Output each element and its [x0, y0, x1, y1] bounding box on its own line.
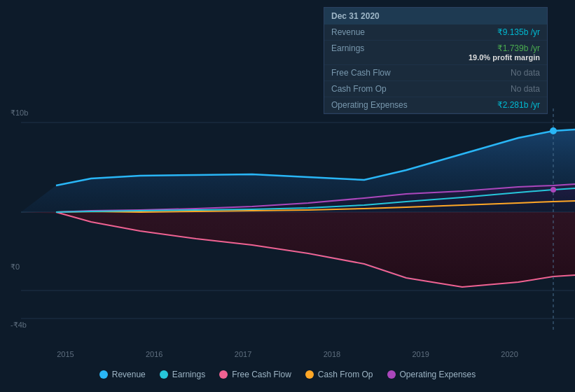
tooltip-value-opex: ₹2.281b /yr: [497, 100, 540, 110]
tooltip-label-opex: Operating Expenses: [331, 100, 415, 110]
x-label-2018: 2018: [324, 350, 340, 358]
tooltip-value-cashfromop: No data: [511, 84, 540, 94]
legend-item-earnings[interactable]: Earnings: [160, 370, 205, 379]
tooltip-value-revenue: ₹9.135b /yr: [497, 27, 540, 37]
x-label-2015: 2015: [57, 350, 74, 358]
legend-dot-cashfromop: [305, 370, 314, 379]
tooltip-label-fcf: Free Cash Flow: [331, 68, 415, 78]
tooltip-label-cashfromop: Cash From Op: [331, 84, 415, 94]
svg-point-5: [550, 127, 557, 134]
legend-dot-fcf: [219, 370, 228, 379]
tooltip-row-earnings: Earnings ₹1.739b /yr 19.0% profit margin: [324, 41, 547, 65]
legend-label-fcf: Free Cash Flow: [232, 370, 291, 379]
svg-point-6: [550, 187, 556, 192]
x-label-2017: 2017: [235, 350, 251, 358]
x-label-2020: 2020: [501, 350, 518, 358]
tooltip-value-fcf: No data: [511, 68, 540, 78]
chart-container: Dec 31 2020 Revenue ₹9.135b /yr Earnings…: [0, 0, 575, 392]
tooltip-row-cashfromop: Cash From Op No data: [324, 81, 547, 97]
legend-label-revenue: Revenue: [112, 370, 146, 379]
legend-dot-opex: [387, 370, 396, 379]
legend-label-opex: Operating Expenses: [400, 370, 476, 379]
tooltip-row-fcf: Free Cash Flow No data: [324, 65, 547, 81]
tooltip-profit-margin: 19.0% profit margin: [469, 53, 540, 62]
x-label-2019: 2019: [412, 350, 429, 358]
tooltip-value-earnings-group: ₹1.739b /yr 19.0% profit margin: [469, 43, 540, 62]
legend-dot-earnings: [160, 370, 168, 379]
tooltip-value-earnings: ₹1.739b /yr: [497, 43, 540, 53]
legend-item-fcf[interactable]: Free Cash Flow: [219, 370, 291, 379]
x-axis: 2015 2016 2017 2018 2019 2020: [0, 350, 575, 358]
tooltip-label-revenue: Revenue: [331, 27, 415, 37]
tooltip-row-opex: Operating Expenses ₹2.281b /yr: [324, 97, 547, 113]
legend-dot-revenue: [99, 370, 108, 379]
legend: Revenue Earnings Free Cash Flow Cash Fro…: [0, 370, 575, 379]
legend-label-earnings: Earnings: [172, 370, 205, 379]
tooltip-row-revenue: Revenue ₹9.135b /yr: [324, 24, 547, 41]
tooltip: Dec 31 2020 Revenue ₹9.135b /yr Earnings…: [324, 7, 548, 114]
tooltip-header: Dec 31 2020: [324, 8, 547, 24]
legend-item-revenue[interactable]: Revenue: [99, 370, 146, 379]
legend-item-cashfromop[interactable]: Cash From Op: [305, 370, 373, 379]
chart-svg: [0, 108, 575, 332]
x-label-2016: 2016: [146, 350, 162, 358]
legend-item-opex[interactable]: Operating Expenses: [387, 370, 476, 379]
legend-label-cashfromop: Cash From Op: [318, 370, 373, 379]
tooltip-label-earnings: Earnings: [331, 43, 415, 62]
